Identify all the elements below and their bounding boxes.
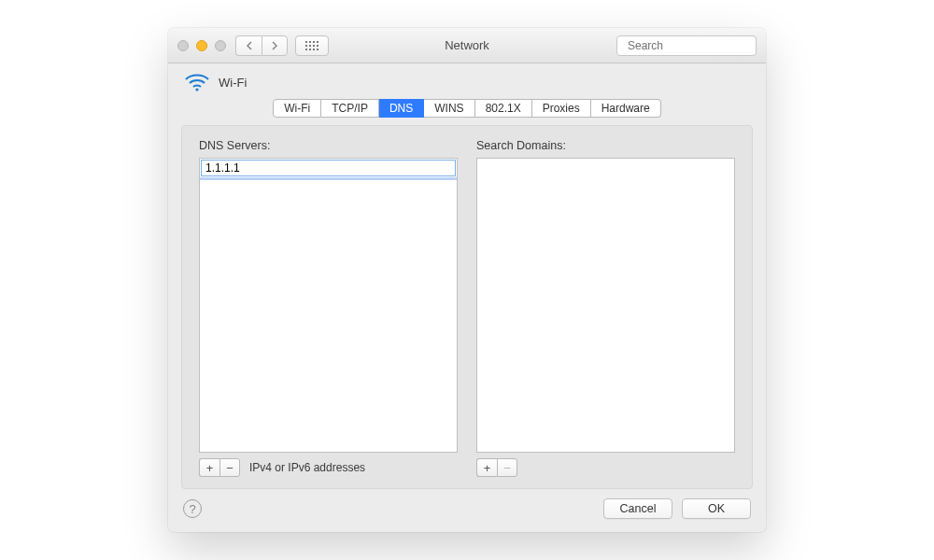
interface-header: Wi-Fi (168, 63, 766, 95)
titlebar: Network (168, 28, 766, 63)
dns-servers-controls: + − IPv4 or IPv6 addresses (199, 458, 458, 477)
search-input[interactable] (628, 39, 766, 52)
tab-proxies[interactable]: Proxies (532, 99, 591, 118)
add-search-domain-button[interactable]: + (476, 458, 497, 477)
wifi-icon (185, 73, 209, 91)
minimize-window-button[interactable] (196, 40, 207, 51)
dns-servers-column: DNS Servers: + − IPv4 or IPv6 addresses (199, 139, 458, 477)
svg-point-2 (195, 88, 198, 91)
tab-802-1x[interactable]: 802.1X (475, 99, 532, 118)
tab-wi-fi[interactable]: Wi-Fi (273, 99, 321, 118)
dns-servers-list[interactable] (199, 158, 458, 453)
tab-tcp-ip[interactable]: TCP/IP (321, 99, 379, 118)
tab-hardware[interactable]: Hardware (591, 99, 661, 118)
dialog-footer: ? Cancel OK (168, 498, 766, 532)
ok-button[interactable]: OK (682, 498, 751, 519)
add-dns-server-button[interactable]: + (199, 458, 219, 477)
back-button[interactable] (235, 35, 262, 56)
dns-server-edit-row[interactable] (201, 160, 456, 176)
search-field[interactable] (616, 35, 757, 56)
cancel-button[interactable]: Cancel (603, 498, 672, 519)
help-button[interactable]: ? (183, 499, 202, 518)
network-preferences-window: Network Wi-Fi Wi-FiTCP/IPDNSWINS802.1XPr… (168, 28, 766, 532)
remove-dns-server-button[interactable]: − (219, 458, 240, 477)
grid-icon (305, 41, 318, 50)
nav-back-forward (235, 35, 288, 56)
search-domains-column: Search Domains: + − (476, 139, 735, 477)
selection-highlight (200, 177, 457, 180)
search-domains-list[interactable] (476, 158, 735, 453)
tab-strip: Wi-FiTCP/IPDNSWINS802.1XProxiesHardware (168, 95, 766, 125)
dns-server-input[interactable] (205, 161, 451, 175)
search-domains-label: Search Domains: (476, 139, 735, 152)
dns-servers-label: DNS Servers: (199, 139, 458, 152)
window-controls (177, 40, 226, 51)
show-all-button[interactable] (295, 35, 329, 56)
remove-search-domain-button[interactable]: − (497, 458, 517, 477)
tab-dns[interactable]: DNS (379, 99, 424, 118)
search-domains-controls: + − (476, 458, 735, 477)
dns-panel: DNS Servers: + − IPv4 or IPv6 addresses … (181, 125, 753, 489)
forward-button[interactable] (262, 35, 288, 56)
zoom-window-button[interactable] (215, 40, 226, 51)
interface-name: Wi-Fi (219, 76, 247, 90)
dns-hint: IPv4 or IPv6 addresses (249, 461, 365, 474)
close-window-button[interactable] (177, 40, 189, 51)
tab-wins[interactable]: WINS (424, 99, 474, 118)
